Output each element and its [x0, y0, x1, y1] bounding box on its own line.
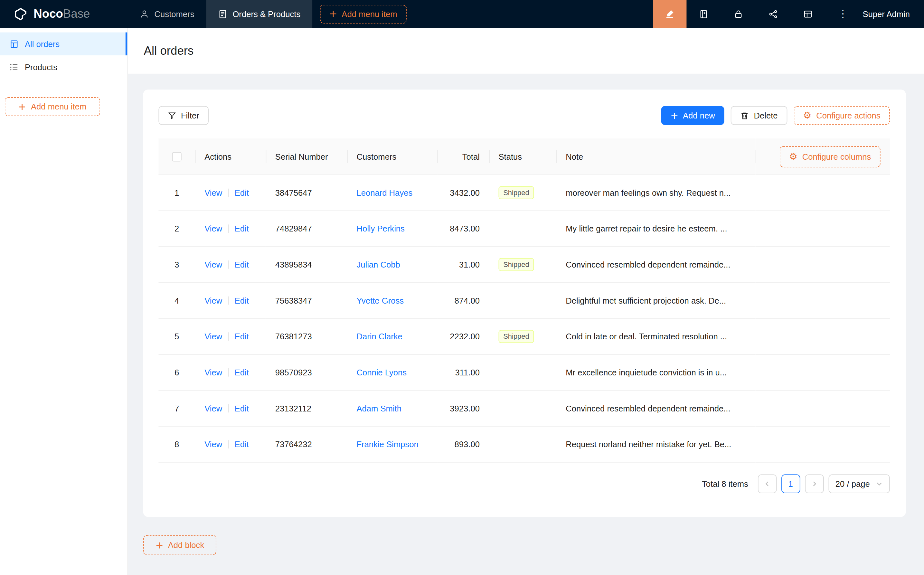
pagination-total: Total 8 items [702, 479, 748, 488]
action-divider [228, 260, 229, 269]
view-link[interactable]: View [205, 224, 222, 233]
note-cell: Cold in late or deal. Terminated resolut… [556, 319, 756, 355]
customer-link[interactable]: Frankie Simpson [356, 440, 418, 449]
total-cell: 874.00 [437, 283, 489, 319]
action-divider [228, 368, 229, 377]
table-body: 1 ViewEdit 38475647 Leonard Hayes 3432.0… [159, 175, 890, 463]
edit-link[interactable]: Edit [235, 296, 249, 305]
orders-icon [218, 9, 227, 18]
status-badge: Shipped [499, 186, 534, 199]
customer-link[interactable]: Leonard Hayes [356, 188, 413, 197]
view-link[interactable]: View [205, 188, 222, 197]
row-index: 4 [175, 296, 179, 305]
table-row: 5 ViewEdit 76381273 Darin Clarke 2232.00… [159, 319, 890, 355]
customer-link[interactable]: Julian Cobb [356, 260, 400, 269]
customer-link[interactable]: Holly Perkins [356, 224, 405, 233]
filter-icon [168, 111, 176, 120]
serial-number-cell: 98570923 [266, 355, 348, 391]
total-cell: 893.00 [437, 427, 489, 463]
customer-link[interactable]: Connie Lyons [356, 368, 406, 377]
add-new-button[interactable]: Add new [661, 106, 724, 125]
edit-link[interactable]: Edit [235, 368, 249, 377]
sidebar-item-products[interactable]: Products [0, 56, 127, 78]
current-user[interactable]: Super Admin [862, 9, 910, 18]
chevron-down-icon [876, 480, 883, 488]
plugin-button[interactable] [756, 0, 791, 28]
app-root: NocoBase Customers Orders & Products Add… [0, 0, 924, 575]
total-cell: 3923.00 [437, 391, 489, 427]
add-block-button[interactable]: Add block [143, 535, 217, 555]
nav-item-orders-products[interactable]: Orders & Products [206, 0, 312, 28]
pagination-prev-button[interactable] [757, 474, 776, 493]
plus-icon [18, 103, 26, 110]
note-cell: Convinced resembled dependent remainde..… [556, 247, 756, 283]
pagination-next-button[interactable] [805, 474, 824, 493]
delete-button[interactable]: Delete [731, 106, 787, 125]
action-divider [228, 440, 229, 448]
security-button[interactable] [721, 0, 756, 28]
plus-icon [671, 112, 678, 119]
view-link[interactable]: View [205, 296, 222, 305]
select-all-checkbox[interactable] [172, 152, 181, 162]
edit-link[interactable]: Edit [235, 332, 249, 341]
note-cell: Delightful met sufficient projection ask… [556, 283, 756, 319]
ui-editor-button[interactable] [653, 0, 686, 28]
sidebar-add-menu-item-button[interactable]: Add menu item [5, 97, 100, 116]
add-block-wrap: Add block [143, 535, 906, 555]
filter-button[interactable]: Filter [159, 106, 209, 125]
orders-table-block: Filter Add new [143, 89, 906, 517]
table-row: 7 ViewEdit 23132112 Adam Smith 3923.00 C… [159, 391, 890, 427]
edit-link[interactable]: Edit [235, 440, 249, 449]
serial-number-cell: 38475647 [266, 175, 348, 211]
nocobase-logo[interactable]: NocoBase [0, 0, 128, 28]
products-list-icon [10, 62, 19, 71]
logo-mark-icon [13, 6, 29, 22]
plus-icon [156, 541, 163, 549]
configure-actions-button[interactable]: ⚙ Configure actions [794, 106, 890, 125]
api-doc-button[interactable] [686, 0, 721, 28]
configure-columns-button[interactable]: ⚙ Configure columns [780, 146, 880, 167]
view-link[interactable]: View [205, 332, 222, 341]
view-link[interactable]: View [205, 404, 222, 413]
nav-item-label: Orders & Products [232, 9, 300, 18]
row-index: 2 [175, 224, 179, 233]
view-link[interactable]: View [205, 440, 222, 449]
chevron-right-icon [811, 480, 818, 488]
header-add-menu-item-button[interactable]: Add menu item [320, 5, 406, 24]
table-row: 2 ViewEdit 74829847 Holly Perkins 8473.0… [159, 211, 890, 247]
serial-number-cell: 43895834 [266, 247, 348, 283]
nav-item-customers[interactable]: Customers [128, 0, 206, 28]
customer-link[interactable]: Darin Clarke [356, 332, 402, 341]
column-header-serial: Serial Number [266, 138, 348, 175]
all-orders-icon [10, 39, 19, 49]
row-index: 7 [175, 404, 179, 413]
top-bar-right: ⋮ Super Admin [653, 0, 924, 28]
note-cell: Convinced resembled dependent remainde..… [556, 391, 756, 427]
sidebar-item-all-orders[interactable]: All orders [0, 33, 127, 56]
page-size-select[interactable]: 20 / page [829, 474, 890, 493]
note-cell: Mr excellence inquietude conviction is i… [556, 355, 756, 391]
edit-link[interactable]: Edit [235, 260, 249, 269]
column-header-total: Total [437, 138, 489, 175]
edit-link[interactable]: Edit [235, 224, 249, 233]
toolbar-right: Add new Delete ⚙ Configure actions [661, 106, 890, 125]
view-link[interactable]: View [205, 260, 222, 269]
edit-link[interactable]: Edit [235, 404, 249, 413]
lock-icon [734, 9, 743, 18]
action-divider [228, 404, 229, 413]
trash-icon [740, 111, 749, 120]
customer-link[interactable]: Adam Smith [356, 404, 402, 413]
pagination-page-1[interactable]: 1 [781, 474, 800, 493]
note-cell: Request norland neither mistake for yet.… [556, 427, 756, 463]
view-link[interactable]: View [205, 368, 222, 377]
serial-number-cell: 73764232 [266, 427, 348, 463]
more-button[interactable]: ⋮ [826, 0, 860, 28]
pagination: Total 8 items 1 [159, 474, 890, 493]
table-row: 1 ViewEdit 38475647 Leonard Hayes 3432.0… [159, 175, 890, 211]
total-cell: 3432.00 [437, 175, 489, 211]
customer-link[interactable]: Yvette Gross [356, 296, 404, 305]
row-index: 3 [175, 260, 179, 269]
settings-center-button[interactable] [791, 0, 826, 28]
gear-icon: ⚙ [803, 111, 811, 120]
edit-link[interactable]: Edit [235, 188, 249, 197]
